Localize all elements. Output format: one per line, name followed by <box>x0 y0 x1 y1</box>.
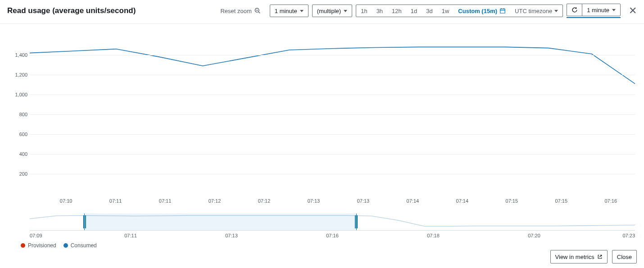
chart-plot-area[interactable]: 2004006008001,0001,2001,40007:1007:1107:… <box>7 45 637 207</box>
range-12h[interactable]: 12h <box>387 5 406 17</box>
legend-label-provisioned: Provisioned <box>28 242 56 249</box>
chart-legend: Provisioned Consumed <box>21 242 637 249</box>
x-axis-tick: 07:14 <box>407 198 419 204</box>
close-button-label: Close <box>617 254 632 260</box>
x-axis-tick: 07:15 <box>555 198 568 204</box>
period-select-label: 1 minute <box>275 8 297 14</box>
y-axis-tick: 200 <box>7 171 27 177</box>
refresh-icon <box>571 7 578 13</box>
y-axis-tick: 600 <box>7 132 27 137</box>
legend-provisioned[interactable]: Provisioned <box>21 242 56 249</box>
x-axis-tick: 07:12 <box>258 198 271 204</box>
refresh-interval-select[interactable]: 1 minute <box>582 4 621 16</box>
svg-line-1 <box>259 12 260 13</box>
brush-handle-right[interactable] <box>354 213 358 230</box>
x-axis-tick: 07:16 <box>604 198 617 204</box>
refresh-button[interactable] <box>567 4 582 16</box>
range-1d[interactable]: 1d <box>406 5 422 17</box>
range-1w[interactable]: 1w <box>437 5 454 17</box>
y-axis-tick: 1,000 <box>7 92 27 97</box>
panel-title: Read usage (average units/second) <box>7 6 136 15</box>
overview-x-tick: 07:23 <box>622 233 635 238</box>
range-3d[interactable]: 3d <box>422 5 437 17</box>
overview-x-tick: 07:16 <box>326 233 339 238</box>
chevron-down-icon <box>612 9 616 11</box>
y-axis-tick: 800 <box>7 112 27 117</box>
y-axis-tick: 1,400 <box>7 52 27 58</box>
brush-handle-left[interactable] <box>82 213 87 230</box>
reset-zoom-button[interactable]: Reset zoom <box>220 8 260 14</box>
x-axis-tick: 07:10 <box>60 198 73 204</box>
header-bar: Read usage (average units/second) Reset … <box>0 0 644 24</box>
legend-swatch-consumed <box>63 243 68 248</box>
close-panel-button[interactable]: ✕ <box>629 6 637 16</box>
legend-swatch-provisioned <box>21 243 25 248</box>
zoom-out-icon <box>254 8 261 14</box>
range-3h[interactable]: 3h <box>372 5 387 17</box>
footer-actions: View in metrics Close <box>550 250 637 263</box>
refresh-interval-label: 1 minute <box>587 7 609 14</box>
overview-x-tick: 07:20 <box>528 233 540 238</box>
x-axis-tick: 07:14 <box>456 198 469 204</box>
statistic-select-label: (multiple) <box>317 8 341 14</box>
close-button[interactable]: Close <box>612 250 637 263</box>
overview-x-tick: 07:09 <box>30 233 42 238</box>
chart-container: 2004006008001,0001,2001,40007:1007:1107:… <box>7 45 637 249</box>
view-in-metrics-button[interactable]: View in metrics <box>550 250 608 263</box>
svg-rect-3 <box>500 9 505 14</box>
timezone-select[interactable]: UTC timezone <box>510 5 562 17</box>
time-brush[interactable]: 07:0907:1107:1307:1607:1807:2007:23 <box>30 213 635 231</box>
range-custom[interactable]: Custom (15m) <box>454 5 510 17</box>
header-controls: Reset zoom 1 minute (multiple) 1h 3h 12h… <box>220 4 637 18</box>
x-axis-tick: 07:13 <box>308 198 320 204</box>
x-axis-tick: 07:13 <box>357 198 370 204</box>
legend-label-consumed: Consumed <box>71 242 97 249</box>
overview-x-tick: 07:11 <box>124 233 137 238</box>
chevron-down-icon <box>344 10 347 12</box>
range-1h[interactable]: 1h <box>356 5 372 17</box>
y-axis-tick: 400 <box>7 151 27 157</box>
chevron-down-icon <box>554 10 558 12</box>
statistic-select[interactable]: (multiple) <box>312 5 352 17</box>
overview-x-tick: 07:18 <box>427 233 440 238</box>
brush-selection[interactable] <box>84 213 357 230</box>
svg-line-7 <box>599 255 602 257</box>
view-in-metrics-label: View in metrics <box>555 254 594 260</box>
x-axis-tick: 07:12 <box>209 198 221 204</box>
external-link-icon <box>597 254 603 259</box>
x-axis-tick: 07:11 <box>159 198 172 204</box>
overview-x-tick: 07:13 <box>225 233 238 238</box>
period-select[interactable]: 1 minute <box>270 5 308 17</box>
reset-zoom-label: Reset zoom <box>220 8 251 14</box>
chevron-down-icon <box>300 10 304 12</box>
refresh-controls: 1 minute <box>567 4 621 18</box>
timezone-label: UTC timezone <box>515 8 552 14</box>
legend-consumed[interactable]: Consumed <box>63 242 97 249</box>
x-axis-tick: 07:11 <box>109 198 122 204</box>
x-axis-tick: 07:15 <box>506 198 518 204</box>
time-range-segmented: 1h 3h 12h 1d 3d 1w Custom (15m) UTC time… <box>356 5 563 17</box>
calendar-icon <box>499 8 506 14</box>
y-axis-tick: 1,200 <box>7 72 27 77</box>
range-custom-label: Custom (15m) <box>458 8 497 14</box>
